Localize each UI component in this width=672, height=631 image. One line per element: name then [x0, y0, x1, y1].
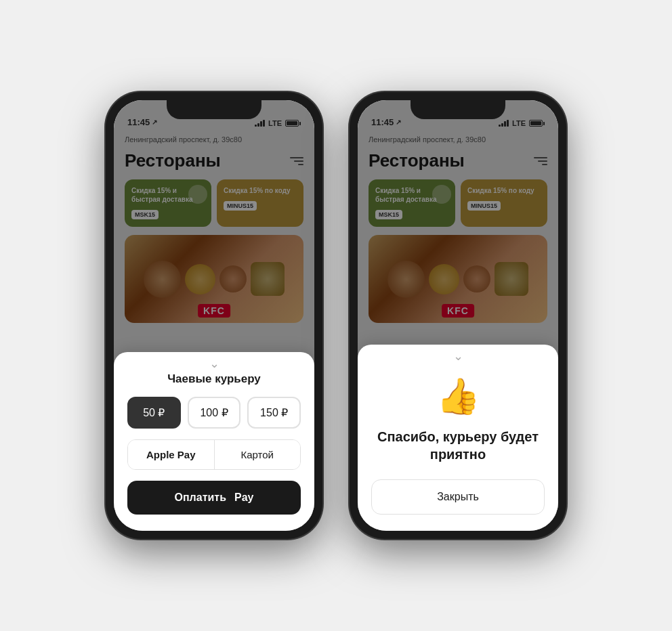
- payment-method-row-1: Apple Pay Картой: [127, 439, 301, 470]
- tips-sheet-1: ⌄ Чаевые курьеру 50 ₽ 100 ₽ 150 ₽ Appl: [114, 352, 314, 531]
- location-arrow-2: ↗: [396, 118, 401, 126]
- phone-2: Ленинградский проспект, д. 39с80 Рестора…: [350, 92, 566, 539]
- phone-frame-1: Ленинградский проспект, д. 39с80 Рестора…: [106, 92, 322, 539]
- amount-150-btn[interactable]: 150 ₽: [247, 397, 301, 429]
- sheet-chevron-2: ⌄: [371, 350, 545, 362]
- location-arrow-1: ↗: [152, 118, 157, 126]
- amount-row-1: 50 ₽ 100 ₽ 150 ₽: [127, 397, 301, 429]
- phone-frame-2: Ленинградский проспект, д. 39с80 Рестора…: [350, 92, 566, 539]
- notch-2: [411, 100, 505, 119]
- phone-screen-1: Ленинградский проспект, д. 39с80 Рестора…: [114, 100, 314, 531]
- signal-bars-1: [255, 120, 265, 127]
- pay-button-1[interactable]: Оплатить Pay: [127, 481, 301, 515]
- status-time-1: 11:45 ↗: [127, 117, 157, 127]
- success-text: Спасибо, курьеру будет приятно: [371, 428, 545, 463]
- lte-label-1: LTE: [268, 119, 282, 127]
- signal-bars-2: [499, 120, 509, 127]
- amount-50-btn[interactable]: 50 ₽: [127, 397, 181, 429]
- notch-1: [167, 100, 261, 119]
- status-time-2: 11:45 ↗: [371, 117, 401, 127]
- battery-icon-1: [285, 120, 301, 127]
- success-emoji: 👍: [371, 376, 545, 417]
- apple-pay-method-btn[interactable]: Apple Pay: [128, 440, 215, 469]
- lte-label-2: LTE: [512, 119, 526, 127]
- success-sheet-2: ⌄ 👍 Спасибо, курьеру будет приятно Закры…: [358, 345, 558, 531]
- sheet-title-1: Чаевые курьеру: [127, 372, 301, 386]
- card-method-btn[interactable]: Картой: [215, 440, 301, 469]
- close-button[interactable]: Закрыть: [371, 479, 545, 515]
- battery-icon-2: [529, 120, 545, 127]
- status-icons-2: LTE: [499, 119, 545, 127]
- sheet-chevron-1: ⌄: [127, 357, 301, 370]
- status-icons-1: LTE: [255, 119, 301, 127]
- amount-100-btn[interactable]: 100 ₽: [188, 397, 241, 429]
- phone-1: Ленинградский проспект, д. 39с80 Рестора…: [106, 92, 322, 539]
- phone-screen-2: Ленинградский проспект, д. 39с80 Рестора…: [358, 100, 558, 531]
